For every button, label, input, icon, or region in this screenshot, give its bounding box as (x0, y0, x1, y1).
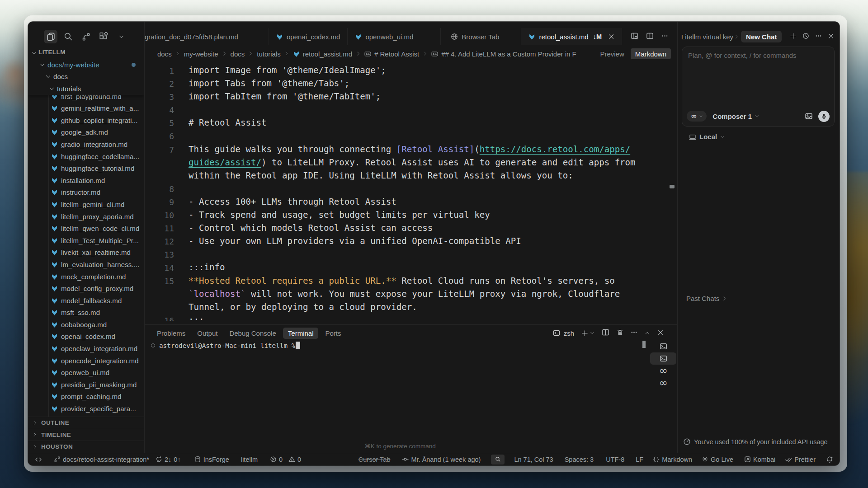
tree-file-row[interactable]: lm_evaluation_harness.... (28, 258, 144, 271)
history-icon[interactable] (802, 33, 809, 41)
tree-file-row[interactable]: huggingface_tutorial.md (28, 162, 144, 174)
tree-file-row[interactable]: mock_completion.md (28, 271, 144, 283)
shell-label[interactable]: zsh (553, 329, 574, 337)
insforge-status[interactable]: InsForge (194, 456, 229, 463)
chat-input-box[interactable]: Plan, @ for context, / for commands ∞ Co… (682, 47, 835, 127)
terminal-instance-1[interactable] (650, 340, 676, 352)
indentation-status[interactable]: Spaces: 3 (565, 456, 594, 463)
tree-file-row[interactable]: presidio_pii_masking.md (28, 379, 144, 391)
search-icon[interactable] (61, 30, 75, 43)
cursor-tab-status[interactable]: Cursor Tab (359, 456, 391, 463)
new-chat-tab[interactable]: New Chat (741, 31, 782, 42)
tree-file-row[interactable]: litellm_qwen_code_cli.md (28, 222, 144, 235)
tree-file-row[interactable]: openweb_ui.md (28, 366, 144, 379)
tree-file-row[interactable]: openclaw_integration.md (28, 343, 144, 355)
kill-terminal-icon[interactable] (617, 329, 623, 337)
problems-status[interactable]: 00 (270, 456, 301, 463)
tree-file-row[interactable]: litellm_gemini_cli.md (28, 198, 144, 211)
tree-file-row[interactable]: litellm_proxy_aporia.md (28, 211, 144, 223)
chat-more-icon[interactable] (815, 33, 822, 41)
tree-file-row[interactable]: instructor.md (28, 187, 144, 199)
tree-file-row[interactable]: huggingface_codellama... (28, 150, 144, 163)
tree-file-row[interactable]: model_fallbacks.md (28, 295, 144, 307)
tree-file-row[interactable]: model_config_proxy.md (28, 282, 144, 295)
tree-file-row[interactable]: provider_specific_para... (28, 403, 144, 415)
cursor-position-status[interactable]: Ln 71, Col 73 (514, 456, 553, 463)
terminal-body[interactable]: astrodevil@Astro-Mac-mini litellm % ⌘K t… (145, 341, 656, 453)
terminal-task-infinity-2[interactable]: ∞ (650, 377, 676, 389)
tree-file-row[interactable]: installation.md (28, 174, 144, 187)
chevron-down-icon[interactable] (31, 50, 37, 57)
terminal-scrollbar[interactable] (642, 341, 646, 348)
explorer-icon[interactable] (44, 30, 57, 43)
more-actions-icon[interactable] (661, 33, 668, 41)
encoding-status[interactable]: UTF-8 (606, 456, 624, 463)
sidebar-section-header[interactable]: HOUSTON (28, 441, 144, 453)
past-chats-link[interactable]: Past Chats (686, 295, 727, 302)
tab-terminal[interactable]: Terminal (283, 328, 319, 339)
add-chat-icon[interactable] (790, 33, 797, 41)
breadcrumb-item[interactable]: ## 4. Add LiteLLM as a Custom Provider i… (441, 50, 576, 58)
language-mode-status[interactable]: Markdown (653, 456, 692, 463)
attach-image-icon[interactable] (805, 112, 813, 120)
tab-debug-console[interactable]: Debug Console (229, 328, 276, 339)
split-editor-icon[interactable] (646, 32, 654, 41)
code-editor[interactable]: 1 import Image from '@theme/IdealImage';… (145, 62, 677, 321)
close-icon[interactable] (608, 33, 614, 40)
tab-browser-tab[interactable]: Browser Tab (441, 28, 521, 45)
voice-input-button[interactable] (818, 111, 830, 122)
source-control-icon[interactable] (79, 30, 93, 43)
git-blame-status[interactable]: Mr. Ånand (1 week ago) (402, 456, 481, 463)
terminal-instance-2-selected[interactable] (650, 352, 676, 365)
extensions-icon[interactable] (97, 30, 110, 43)
local-selector[interactable]: Local (689, 133, 725, 141)
tree-folder-docs[interactable]: docs (28, 71, 144, 83)
markdown-button[interactable]: Markdown (631, 48, 671, 59)
breadcrumb-item[interactable]: docs (157, 50, 172, 58)
git-branch-status[interactable]: docs/retool-assist-integration* (54, 456, 149, 463)
breadcrumb-item[interactable]: docs (231, 50, 245, 58)
tab-openai-codex[interactable]: openai_codex.md (269, 28, 348, 45)
preview-button[interactable]: Preview (600, 50, 624, 58)
breadcrumb-item[interactable]: retool_assist.md (303, 50, 352, 58)
sidebar-section-header[interactable]: TIMELINE (28, 429, 144, 441)
kombai-status[interactable]: Kombai (744, 456, 775, 463)
explorer-root-label[interactable]: LITELLM (38, 49, 66, 56)
tree-file-row[interactable]: opencode_integration.md (28, 355, 144, 367)
prettier-status[interactable]: Prettier (785, 456, 816, 463)
close-chat-icon[interactable] (828, 33, 834, 41)
remote-indicator[interactable] (35, 456, 42, 463)
tab-openweb-ui[interactable]: openweb_ui.md (348, 28, 441, 45)
git-sync-status[interactable]: 2↓ 0↑ (156, 456, 181, 463)
split-terminal-icon[interactable] (602, 328, 609, 338)
tab-problems[interactable]: Problems (157, 328, 185, 339)
tab-ports[interactable]: Ports (325, 328, 341, 339)
tree-folder-tutorials[interactable]: tutorials (28, 83, 144, 95)
tree-file-row[interactable]: openai_codex.md (28, 331, 144, 343)
tree-folder-my-website[interactable]: docs/my-website (28, 59, 144, 71)
agent-mode-pill[interactable]: ∞ (687, 111, 707, 122)
maximize-panel-icon[interactable] (645, 329, 650, 337)
close-panel-icon[interactable] (657, 329, 664, 337)
eol-status[interactable]: LF (636, 456, 643, 463)
tree-file-row[interactable]: prompt_caching.md (28, 391, 144, 403)
tree-file-row[interactable]: msft_sso.md (28, 306, 144, 319)
tree-file-row[interactable]: oobabooga.md (28, 319, 144, 331)
tab-output[interactable]: Output (197, 328, 217, 339)
tree-file-row[interactable]: gradio_integration.md (28, 138, 144, 150)
sidebar-section-header[interactable]: OUTLINE (28, 417, 144, 429)
tree-file-row[interactable]: litellm_Test_Multiple_Pr... (28, 235, 144, 247)
breadcrumb-item[interactable]: my-website (184, 50, 218, 58)
new-terminal-button[interactable] (581, 330, 594, 337)
tab-plan-md[interactable]: gration_doc_d075fd58.plan.md (145, 28, 269, 45)
tree-file-row[interactable]: google_adk.md (28, 127, 144, 139)
tab-retool-assist[interactable]: retool_assist.md ↓M (521, 28, 622, 45)
chat-tab-previous[interactable]: Litellm virtual key (681, 33, 733, 41)
activity-more-chevron-icon[interactable] (114, 30, 128, 43)
terminal-task-infinity-1[interactable]: ∞ (650, 365, 676, 377)
scrollbar-marker[interactable] (670, 185, 675, 188)
breadcrumb-item[interactable]: tutorials (257, 50, 281, 58)
screencast-zoom-button[interactable] (491, 455, 505, 465)
notifications-bell-icon[interactable] (826, 456, 833, 463)
breadcrumb-item[interactable]: # Retool Assist (374, 50, 419, 58)
